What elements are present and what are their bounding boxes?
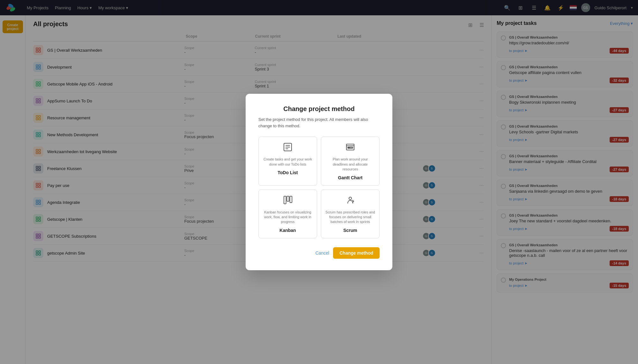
- method-description-1: Plan work around your deadlines and allo…: [325, 157, 375, 172]
- method-name-3: Scrum: [343, 228, 357, 233]
- method-card-scrum[interactable]: Scrum has prescribed roles and focuses o…: [321, 189, 380, 238]
- method-card-kanban[interactable]: Kanban focuses on visualizing work, flow…: [258, 189, 317, 238]
- method-icon-2: [283, 195, 293, 207]
- modal-actions: Cancel Change method: [258, 247, 380, 259]
- change-method-button[interactable]: Change method: [333, 247, 380, 259]
- cancel-button[interactable]: Cancel: [315, 250, 330, 256]
- method-card-gantt-chart[interactable]: Plan work around your deadlines and allo…: [321, 137, 380, 185]
- method-card-todo-list[interactable]: Create tasks and get your work done with…: [258, 137, 317, 185]
- svg-rect-65: [290, 196, 292, 203]
- modal-overlay[interactable]: Change project method Set the project me…: [0, 0, 638, 364]
- change-method-modal: Change project method Set the project me…: [246, 94, 392, 270]
- method-name-0: ToDo List: [278, 170, 298, 175]
- svg-rect-63: [284, 196, 286, 204]
- svg-rect-62: [349, 147, 353, 148]
- modal-title: Change project method: [258, 105, 380, 113]
- method-description-0: Create tasks and get your work done with…: [263, 157, 313, 167]
- method-name-2: Kanban: [279, 228, 296, 233]
- method-name-1: Gantt Chart: [338, 175, 363, 180]
- svg-point-66: [349, 197, 352, 199]
- modal-subtitle: Set the project method for this project.…: [258, 116, 380, 129]
- method-icon-3: [345, 195, 355, 207]
- method-description-2: Kanban focuses on visualizing work, flow…: [263, 210, 313, 225]
- method-icon-1: [345, 142, 355, 154]
- method-grid: Create tasks and get your work done with…: [258, 137, 380, 238]
- method-icon-0: [283, 142, 293, 154]
- svg-rect-64: [287, 196, 289, 201]
- method-description-3: Scrum has prescribed roles and focuses o…: [325, 210, 375, 225]
